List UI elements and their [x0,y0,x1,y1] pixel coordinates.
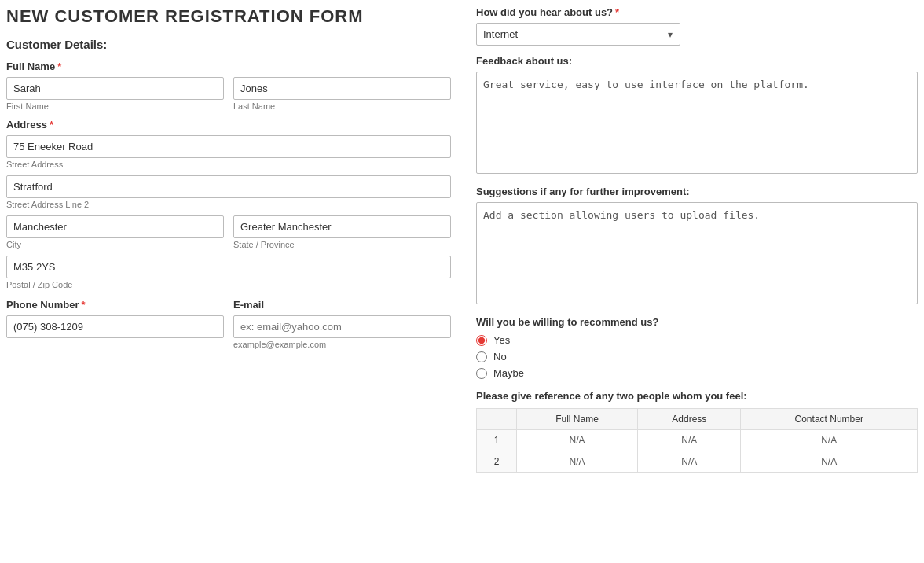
hear-about-us-label: How did you hear about us?* [476,6,918,18]
ref-header-address: Address [638,409,741,430]
radio-maybe-input[interactable] [476,368,487,379]
ref-row1-address: N/A [638,430,741,451]
street-address-line2-label: Street Address Line 2 [6,200,451,209]
last-name-input[interactable] [233,77,451,100]
radio-yes-input[interactable] [476,335,487,346]
address-label: Address* [6,119,451,131]
radio-no-input[interactable] [476,351,487,362]
table-row: 1 N/A N/A N/A [477,430,918,451]
full-name-required: * [57,61,61,72]
reference-table: Full Name Address Contact Number 1 N/A N… [476,408,918,473]
hear-about-us-select[interactable]: Internet Social Media Friend Other [476,23,680,46]
ref-row1-num: 1 [477,430,517,451]
phone-label: Phone Number* [6,299,224,311]
ref-row2-num: 2 [477,451,517,473]
address-required: * [50,119,53,131]
zip-label: Postal / Zip Code [6,280,451,289]
ref-header-num [477,409,517,430]
radio-yes[interactable]: Yes [476,334,918,346]
table-row: 2 N/A N/A N/A [477,451,918,473]
radio-no[interactable]: No [476,351,918,362]
street-address-line2-input[interactable] [6,175,451,198]
feedback-textarea[interactable]: Great service, easy to use interface on … [476,72,918,174]
customer-details-heading: Customer Details: [6,38,451,51]
feedback-label: Feedback about us: [476,55,918,67]
recommend-radio-group: Yes No Maybe [476,334,918,379]
full-name-label: Full Name* [6,61,451,72]
radio-no-label: No [493,351,507,362]
email-sublabel: example@example.com [233,340,451,349]
email-label: E-mail [233,299,451,311]
city-label: City [6,240,224,249]
ref-header-contact: Contact Number [741,409,918,430]
suggestions-textarea[interactable]: Add a section allowing users to upload f… [476,202,918,304]
zip-input[interactable] [6,256,451,278]
email-input[interactable] [233,315,451,338]
hear-about-us-select-wrapper: Internet Social Media Friend Other [476,23,680,46]
street-address-input[interactable] [6,135,451,158]
city-input[interactable] [6,215,224,238]
first-name-input[interactable] [6,77,224,100]
state-input[interactable] [233,215,451,238]
state-label: State / Province [233,240,451,249]
ref-row2-contact: N/A [741,451,918,473]
first-name-label: First Name [6,101,224,111]
radio-maybe-label: Maybe [493,367,524,379]
radio-maybe[interactable]: Maybe [476,367,918,379]
ref-row2-name: N/A [516,451,637,473]
street-address-label: Street Address [6,160,451,169]
suggestions-label: Suggestions if any for further improveme… [476,186,918,197]
recommend-label: Will you be willing to recommend us? [476,316,918,328]
reference-title: Please give reference of any two people … [476,390,918,402]
page-title: NEW CUSTOMER REGISTRATION FORM [6,6,451,27]
phone-input[interactable] [6,315,224,338]
last-name-label: Last Name [233,101,451,111]
ref-row1-contact: N/A [741,430,918,451]
ref-header-fullname: Full Name [516,409,637,430]
radio-yes-label: Yes [493,334,510,346]
ref-row1-name: N/A [516,430,637,451]
ref-row2-address: N/A [638,451,741,473]
